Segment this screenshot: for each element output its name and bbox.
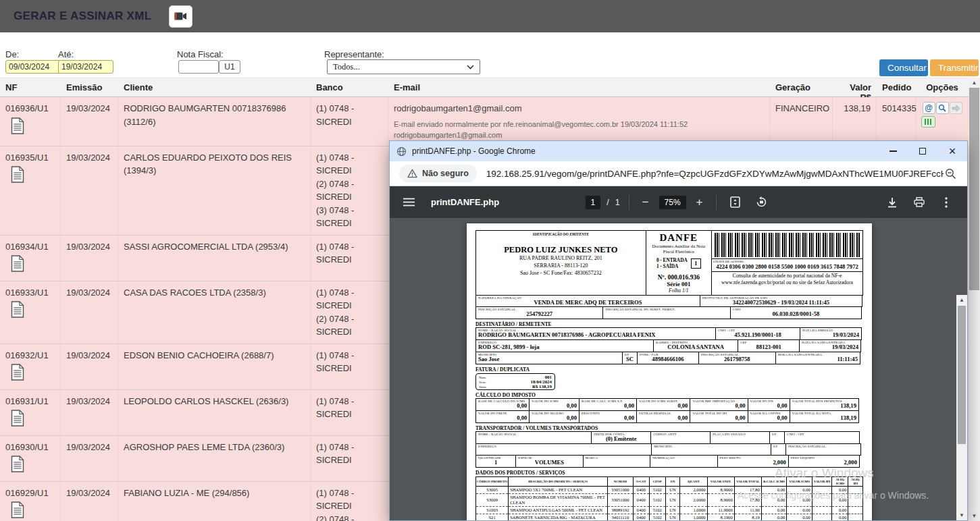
emissao-cell: 19/03/2024 [61, 146, 118, 235]
emissao-cell: 19/03/2024 [61, 344, 118, 389]
produtos-cell: 2,0000 [680, 494, 707, 507]
produtos-column-header: VALOR UNIT. [707, 477, 734, 487]
nota-fiscal-series-input[interactable] [219, 60, 240, 74]
danfe-field: UF [771, 443, 786, 456]
url-text[interactable]: 192.168.25.91/vegom/ge/printDANFE.php?nf… [486, 169, 944, 179]
page-zoom-icon[interactable] [944, 167, 958, 181]
danfe-field: INSCRIÇÃO ESTADUAL254792227 [475, 306, 603, 319]
pdf-scroll-down-arrow[interactable]: ▼ [956, 510, 967, 520]
security-chip[interactable]: Não seguro [399, 165, 477, 182]
document-icon[interactable] [11, 255, 24, 276]
produtos-cell: 5102 [649, 487, 665, 494]
danfe-field: UFSC [622, 352, 638, 364]
banco-cell: (1) 0748 - SICREDI [311, 236, 388, 281]
scroll-down-arrow[interactable]: ▼ [969, 511, 980, 521]
download-icon[interactable] [882, 192, 902, 213]
danfe-field: VALOR IMP. IMPORTAÇÃO0,00 [690, 398, 748, 411]
document-icon[interactable] [11, 166, 24, 187]
danfe-field-value [713, 436, 767, 443]
print-icon[interactable] [909, 192, 929, 213]
banco-cell: (1) 0748 - SICREDI [311, 97, 388, 146]
pdf-scrollbar[interactable]: ▲ ▼ [956, 295, 967, 520]
danfe-row: VALOR DO FRETE0,00VALOR DO SEGURO0,00DES… [475, 410, 863, 423]
date-to-label: Até: [58, 49, 74, 59]
banco-line: (2) 0748 - SICREDI [316, 513, 382, 521]
zoom-out-button[interactable]: − [638, 196, 653, 209]
fatura-line: Num.001 [479, 375, 552, 379]
banco-line: (3) 0748 - SICREDI [316, 204, 382, 230]
document-icon[interactable] [11, 501, 24, 521]
zoom-level[interactable]: 75% [659, 196, 686, 209]
produtos-cell: 11,90 [734, 507, 761, 514]
banco-cell: (1) 0748 - SICREDI(2) 0748 - SICREDI(3) … [311, 146, 388, 235]
app-header: GERAR E ASSINAR XML [0, 0, 980, 32]
danfe-subtitle: Documento Auxiliar da Nota Fiscal Eletrô… [648, 244, 710, 254]
produtos-cell: 0,00 [761, 507, 786, 514]
representante-select[interactable]: Todos... [327, 59, 480, 74]
rotate-icon[interactable] [752, 192, 772, 213]
scroll-up-arrow[interactable]: ▲ [969, 78, 980, 88]
document-icon[interactable] [11, 364, 24, 385]
chave-consulta-1: Consulta de autenticidade no portal naci… [712, 271, 862, 279]
video-button[interactable] [169, 5, 192, 28]
main-scrollbar[interactable]: ▲ ▼ [969, 78, 980, 521]
consultar-button[interactable]: Consultar [879, 59, 928, 76]
close-button[interactable]: × [937, 141, 967, 161]
nota-fiscal-input[interactable] [178, 60, 219, 74]
popup-title-bar[interactable]: printDANFE.php - Google Chrome × [390, 141, 967, 161]
danfe-field-value: SC [625, 356, 635, 363]
danfe-field-value [773, 448, 783, 455]
main-scrollbar-thumb[interactable] [969, 88, 979, 290]
danfe-field-value: 0,00 [692, 415, 745, 422]
chave-value: 4224 0306 0300 2800 0158 5500 1000 0169 … [712, 263, 862, 271]
document-icon[interactable] [11, 410, 24, 431]
nf-cell: 016930/U1 [0, 436, 61, 481]
fit-page-icon[interactable] [725, 192, 746, 213]
produtos-cell: 8,1900 [707, 514, 734, 521]
danfe-field: VALOR DO PIS0,00 [748, 398, 790, 411]
danfe-field: VALOR DO ICMS SUBST.0,00 [636, 398, 690, 411]
address-bar[interactable]: Não seguro 192.168.25.91/vegom/ge/printD… [390, 161, 967, 186]
transmit-option-button[interactable] [950, 102, 962, 114]
produtos-cell: S1003 [476, 507, 509, 514]
pdf-scrollbar-thumb[interactable] [958, 306, 966, 444]
nf-cell: 016931/U1 [0, 390, 61, 435]
page-number-input[interactable]: 1 [585, 196, 600, 209]
produtos-cell [812, 494, 831, 507]
email-option-button[interactable]: @ [923, 102, 935, 114]
danfe-field: CEP88123-001 [738, 339, 800, 352]
destinatario-title: DESTINATÁRIO / REMETENTE [475, 321, 863, 327]
danfe-field-value: 0,00 [639, 415, 688, 422]
produtos-column-header: ALIQ. IPI [848, 477, 863, 487]
produtos-column-header: CÓDIGO PRODUTO [476, 477, 509, 487]
danfe-field-value: 0,00 [692, 403, 745, 410]
produtos-column-header: NCM/SH [608, 477, 633, 487]
fatura-line: ValorR$ 138,19 [479, 384, 552, 389]
maximize-button[interactable] [908, 141, 937, 161]
date-to-input[interactable] [58, 60, 113, 74]
table-header: NF Emissão Cliente Banco E-mail Geração … [0, 78, 969, 97]
document-icon[interactable] [11, 456, 24, 476]
document-icon[interactable] [11, 301, 24, 322]
banco-cell: (1) 0748 - SICREDI(2) 0748 - SICREDI [311, 482, 388, 521]
danfe-field-value: 254792227 [478, 311, 600, 318]
danfe-operation-rows: NATUREZA DA OPERAÇÃOVENDA DE MERC ADQ DE… [475, 295, 863, 320]
document-icon[interactable] [11, 117, 24, 138]
menu-icon[interactable] [401, 195, 417, 209]
transmitir-button[interactable]: Transmitir [930, 59, 979, 76]
pdf-scroll-up-arrow[interactable]: ▲ [956, 295, 967, 305]
produtos-cell: 0400 [633, 507, 649, 514]
view-danfe-option-button[interactable] [936, 102, 949, 114]
boleto-option-button[interactable] [921, 116, 935, 128]
produtos-cell: 33051000 [608, 487, 633, 494]
zoom-in-button[interactable]: + [692, 196, 707, 209]
danfe-field: ENDEREÇOROD SC-281, 9899 - loja [475, 339, 654, 352]
more-options-icon[interactable] [936, 192, 956, 213]
minimize-button[interactable] [878, 141, 908, 161]
produtos-cell: S21 [476, 514, 509, 521]
date-from-input[interactable] [5, 60, 61, 74]
danfe-field: CNPJ / CPF45.921.190/0001-18 [715, 327, 800, 340]
produtos-cell: UN [665, 487, 679, 494]
pdf-viewport[interactable]: IDENTIFICAÇÃO DO EMITENTE PEDRO LUIZ JUN… [390, 218, 967, 520]
produtos-column-header: CFOP [649, 477, 665, 487]
